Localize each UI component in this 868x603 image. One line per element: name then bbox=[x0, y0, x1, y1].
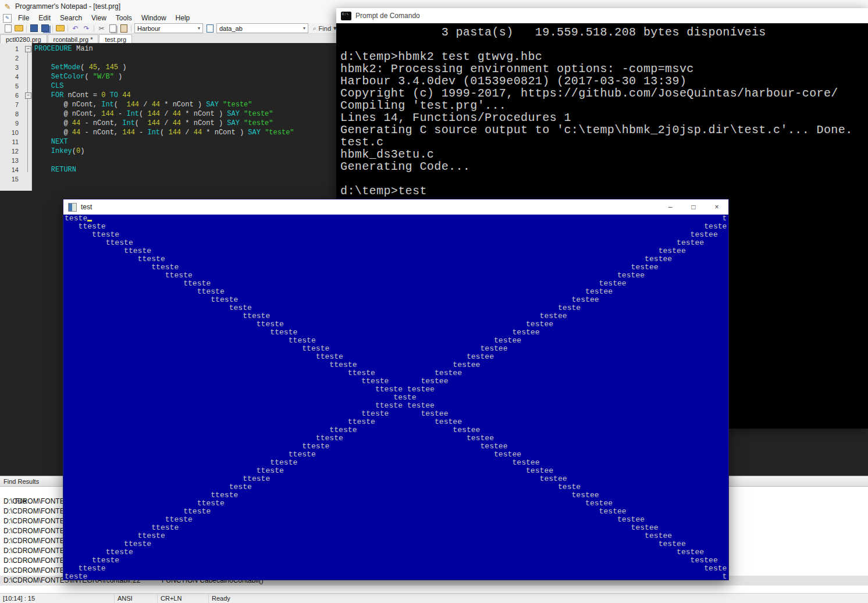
cut-button[interactable]: ✂ bbox=[96, 24, 107, 33]
test-titlebar[interactable]: test – □ × bbox=[63, 199, 728, 215]
line-number: 10 bbox=[0, 128, 21, 137]
cmd-line: Generating C source output to 'c:\temp\h… bbox=[340, 124, 868, 136]
console-row: tteste testee bbox=[65, 247, 728, 255]
tab-pctl0280-prg[interactable]: pctl0280.prg bbox=[0, 34, 47, 44]
tab-test-prg[interactable]: test.prg bbox=[99, 34, 132, 44]
close-button[interactable]: × bbox=[705, 199, 728, 215]
console-row: tteste teste bbox=[65, 223, 728, 231]
cmd-line: Harbour 3.4.0dev (01539e0821) (2017-03-3… bbox=[340, 75, 868, 87]
console-row: tteste testee bbox=[65, 540, 728, 548]
test-console-screen[interactable]: teste t tteste bbox=[63, 215, 728, 580]
console-row: tteste testee bbox=[65, 369, 728, 377]
editor-margin: 123456789101112131415 − − bbox=[0, 43, 31, 476]
cmd-line: d:\temp>test bbox=[340, 185, 868, 197]
console-row: tteste testee bbox=[65, 296, 728, 304]
console-row: tteste testee bbox=[65, 386, 728, 394]
console-row: tteste testee bbox=[65, 524, 728, 532]
line-number: 11 bbox=[0, 137, 21, 147]
test-app-icon bbox=[68, 203, 77, 212]
find-results-title: Find Results bbox=[3, 478, 39, 485]
text-cursor bbox=[87, 220, 92, 222]
menu-item-edit[interactable]: Edit bbox=[34, 13, 55, 23]
encoding-cell: ANSI bbox=[115, 594, 158, 603]
console-row: tteste testee bbox=[65, 556, 728, 565]
cmd-line bbox=[340, 173, 868, 185]
document-icon[interactable]: ✎ bbox=[3, 14, 12, 23]
status-bar: [10:14] : 15 ANSI CR+LN Ready bbox=[0, 593, 868, 603]
menu-item-view[interactable]: View bbox=[87, 13, 111, 23]
line-number: 6 bbox=[0, 91, 21, 100]
search-combo[interactable]: data_ab ▾ bbox=[216, 23, 308, 33]
console-row: tteste testee bbox=[65, 532, 728, 540]
open-file-button[interactable] bbox=[13, 24, 24, 33]
fold-marker[interactable]: − bbox=[25, 92, 31, 99]
line-number: 9 bbox=[0, 119, 21, 128]
cmd-line: Copyright (c) 1999-2017, https://github.… bbox=[340, 87, 868, 99]
console-row: tteste testee bbox=[65, 312, 728, 320]
cmd-line bbox=[340, 38, 868, 51]
console-row: tteste testee bbox=[65, 231, 728, 239]
caret-position-cell: [10:14] : 15 bbox=[0, 594, 115, 603]
save-all-button[interactable] bbox=[40, 24, 51, 33]
copy-button[interactable] bbox=[107, 24, 118, 33]
cmd-titlebar[interactable]: C:\ Prompt de Comando bbox=[336, 8, 868, 24]
line-number: 5 bbox=[0, 81, 21, 91]
save-button[interactable] bbox=[29, 24, 40, 33]
paste-icon bbox=[120, 24, 127, 33]
pn-window-title: Programmer's Notepad - [test.prg] bbox=[15, 2, 120, 10]
fold-marker[interactable]: − bbox=[25, 46, 31, 52]
console-row: teste teste bbox=[65, 304, 728, 312]
console-row: teste teste bbox=[65, 483, 728, 491]
line-ending-cell: CR+LN bbox=[158, 594, 209, 603]
line-number: 13 bbox=[0, 156, 21, 165]
copy-icon bbox=[109, 24, 116, 33]
paste-button[interactable] bbox=[118, 24, 129, 33]
undo-button[interactable]: ↶ bbox=[70, 24, 81, 33]
console-row: tteste testee bbox=[65, 402, 728, 410]
menu-item-tools[interactable]: Tools bbox=[111, 13, 137, 23]
menu-item-file[interactable]: File bbox=[13, 13, 34, 23]
undo-icon: ↶ bbox=[72, 25, 78, 32]
scheme-combo[interactable]: Harbour ▾ bbox=[134, 23, 203, 33]
console-row: tteste testee bbox=[65, 272, 728, 280]
save-all-icon bbox=[41, 24, 49, 32]
new-file-button[interactable] bbox=[2, 24, 13, 33]
redo-button[interactable]: ↷ bbox=[81, 24, 92, 33]
console-row: tteste testee bbox=[65, 329, 728, 337]
new-file-icon bbox=[5, 24, 12, 33]
folder-icon bbox=[56, 25, 65, 31]
console-row: tteste testee bbox=[65, 499, 728, 508]
console-row: teste t bbox=[65, 215, 728, 223]
line-number: 2 bbox=[0, 53, 21, 63]
tab-rcontabil-prg-[interactable]: rcontabil.prg * bbox=[48, 34, 99, 44]
chevron-down-icon: ▾ bbox=[303, 26, 305, 31]
edit-doc-button[interactable] bbox=[204, 24, 215, 33]
close-folder-button[interactable] bbox=[55, 24, 66, 33]
find-button[interactable]: ⌕ Find ▾ bbox=[310, 24, 340, 33]
maximize-button[interactable]: □ bbox=[682, 199, 705, 215]
cmd-line: hbmk2: Processing environment options: -… bbox=[340, 63, 868, 75]
console-row: tteste testee bbox=[65, 434, 728, 443]
pn-app-icon: ✎ bbox=[3, 2, 12, 10]
console-row: tteste testee bbox=[65, 418, 728, 426]
save-icon bbox=[30, 24, 38, 32]
console-row: tteste testee bbox=[65, 516, 728, 524]
console-row: tteste testee bbox=[65, 280, 728, 288]
menu-item-help[interactable]: Help bbox=[171, 13, 195, 23]
console-row: tteste testee bbox=[65, 337, 728, 345]
chevron-down-icon: ▾ bbox=[198, 26, 200, 31]
console-row: tteste testee bbox=[65, 467, 728, 475]
console-row: tteste testee bbox=[65, 410, 728, 418]
scheme-combo-value: Harbour bbox=[137, 25, 161, 32]
menu-item-window[interactable]: Window bbox=[137, 13, 171, 23]
console-row: tteste testee bbox=[65, 353, 728, 361]
minimize-button[interactable]: – bbox=[659, 199, 682, 215]
menu-item-search[interactable]: Search bbox=[55, 13, 87, 23]
open-folder-icon bbox=[15, 25, 23, 31]
console-row: tteste testee bbox=[65, 377, 728, 386]
console-row: tteste testee bbox=[65, 548, 728, 556]
line-number: 7 bbox=[0, 100, 21, 109]
ready-state-cell: Ready bbox=[209, 594, 868, 603]
console-row: tteste testee bbox=[65, 361, 728, 369]
line-number: 14 bbox=[0, 165, 21, 174]
